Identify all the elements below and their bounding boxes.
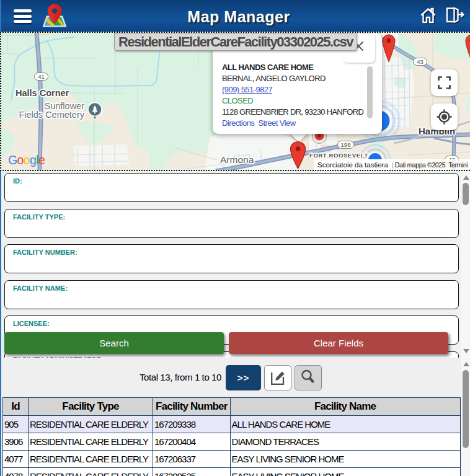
svg-text:Google: Google (8, 154, 45, 167)
